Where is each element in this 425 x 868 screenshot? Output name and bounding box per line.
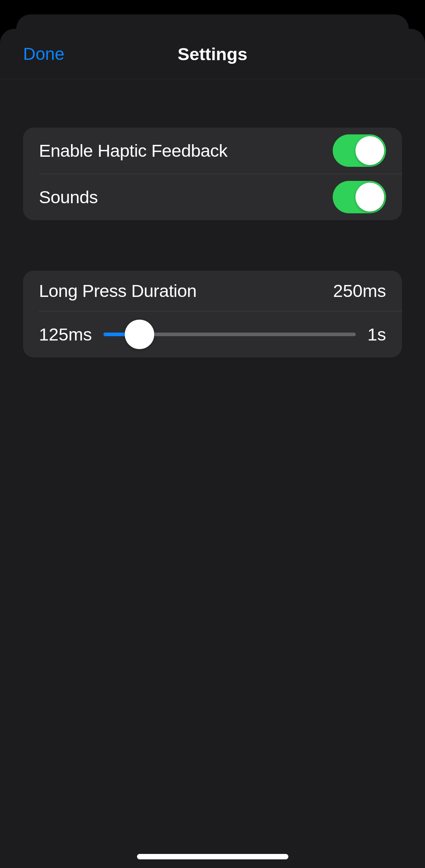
- haptic-feedback-row: Enable Haptic Feedback: [23, 128, 402, 174]
- done-button[interactable]: Done: [23, 44, 65, 64]
- toggle-knob: [355, 183, 384, 212]
- feedback-group: Enable Haptic Feedback Sounds: [23, 128, 402, 220]
- long-press-label: Long Press Duration: [39, 281, 196, 301]
- sounds-row: Sounds: [23, 174, 402, 220]
- slider-thumb[interactable]: [125, 320, 154, 349]
- haptic-feedback-toggle[interactable]: [333, 134, 386, 167]
- sounds-toggle[interactable]: [333, 181, 386, 213]
- slider-min-label: 125ms: [39, 324, 92, 344]
- settings-content: Enable Haptic Feedback Sounds Long Press…: [0, 79, 425, 868]
- toggle-knob: [355, 136, 384, 165]
- long-press-group: Long Press Duration 250ms 125ms 1s: [23, 271, 402, 357]
- settings-modal: Done Settings Enable Haptic Feedback Sou…: [0, 29, 425, 868]
- long-press-slider-row: 125ms 1s: [23, 311, 402, 357]
- slider-max-label: 1s: [367, 324, 386, 344]
- navigation-bar: Done Settings: [0, 29, 425, 79]
- home-indicator[interactable]: [137, 854, 288, 859]
- long-press-value: 250ms: [333, 281, 386, 301]
- sounds-label: Sounds: [39, 187, 98, 207]
- long-press-slider[interactable]: [103, 333, 356, 336]
- long-press-duration-row: Long Press Duration 250ms: [23, 271, 402, 311]
- haptic-feedback-label: Enable Haptic Feedback: [39, 141, 227, 161]
